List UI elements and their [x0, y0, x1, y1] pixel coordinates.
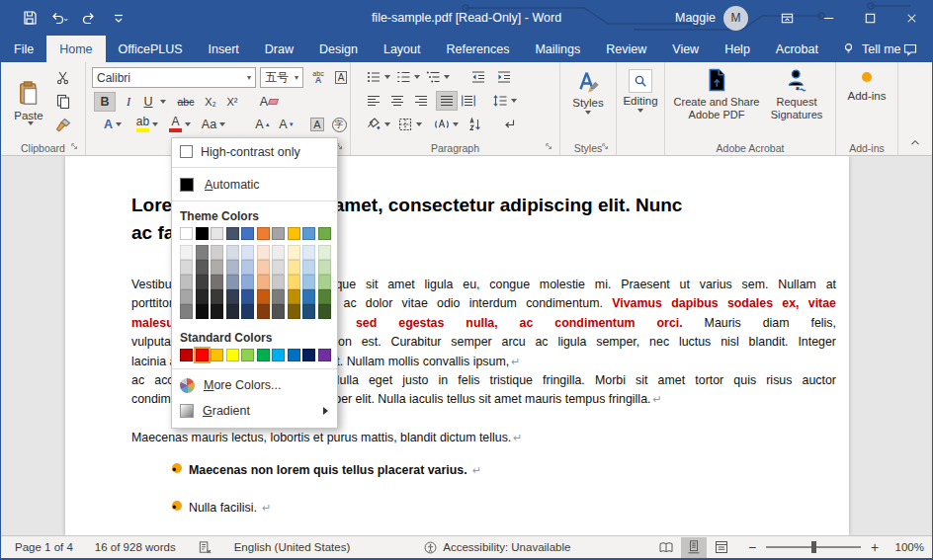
theme-color-variant-swatch[interactable] [257, 245, 270, 260]
theme-color-variant-swatch[interactable] [302, 304, 315, 319]
zoom-slider[interactable] [766, 546, 861, 548]
tab-view[interactable]: View [659, 36, 712, 62]
accessibility-status[interactable]: Accessibility: Unavailable [423, 540, 570, 555]
theme-color-swatch[interactable] [288, 227, 300, 240]
standard-color-swatch[interactable] [318, 349, 331, 361]
theme-color-variant-swatch[interactable] [196, 260, 209, 275]
maximize-button[interactable] [849, 0, 891, 36]
styles-dialog-launcher[interactable] [600, 141, 612, 153]
font-color-button[interactable]: A [164, 115, 196, 134]
theme-color-variant-swatch[interactable] [196, 245, 209, 260]
theme-color-variant-swatch[interactable] [272, 245, 285, 260]
strikethrough-button[interactable]: abc [173, 92, 199, 112]
tab-mailings[interactable]: Mailings [522, 36, 593, 62]
theme-color-variant-swatch[interactable] [180, 304, 193, 319]
theme-color-variant-swatch[interactable] [180, 275, 193, 289]
italic-button[interactable]: I [120, 92, 137, 112]
standard-color-swatch[interactable] [302, 349, 315, 361]
shading-button[interactable] [365, 115, 391, 134]
theme-color-variant-swatch[interactable] [211, 260, 223, 275]
change-case-button[interactable]: Aa [199, 115, 228, 134]
addins-button[interactable]: Add-ins [836, 72, 897, 102]
theme-color-swatch[interactable] [318, 227, 331, 240]
tab-review[interactable]: Review [593, 36, 659, 62]
theme-color-swatch[interactable] [241, 227, 254, 240]
theme-color-variant-swatch[interactable] [272, 304, 285, 319]
standard-color-swatch[interactable] [257, 349, 270, 361]
theme-color-variant-swatch[interactable] [272, 275, 285, 289]
theme-color-variant-swatch[interactable] [241, 289, 254, 304]
theme-color-variant-swatch[interactable] [272, 289, 285, 304]
theme-color-variant-swatch[interactable] [318, 245, 331, 260]
tab-help[interactable]: Help [712, 36, 763, 62]
align-left-button[interactable] [365, 91, 382, 111]
proofing-errors-button[interactable] [198, 540, 212, 555]
theme-color-variant-swatch[interactable] [180, 245, 193, 260]
numbering-button[interactable] [394, 67, 421, 87]
font-size-combobox[interactable]: 五号▾ [260, 67, 303, 88]
theme-color-variant-swatch[interactable] [226, 304, 239, 319]
close-button[interactable] [891, 0, 932, 36]
theme-color-variant-swatch[interactable] [288, 260, 300, 275]
shrink-font-button[interactable]: A▼ [276, 115, 297, 134]
tab-acrobat[interactable]: Acrobat [763, 36, 831, 62]
feedback-button[interactable] [902, 36, 918, 62]
theme-color-variant-swatch[interactable] [288, 289, 300, 304]
standard-color-swatch[interactable] [272, 349, 285, 361]
theme-color-variant-swatch[interactable] [257, 260, 270, 275]
theme-color-variant-swatch[interactable] [318, 275, 331, 289]
styles-button[interactable]: Styles [560, 69, 616, 115]
cut-button[interactable] [52, 68, 74, 88]
minimize-button[interactable] [807, 0, 849, 36]
automatic-color-item[interactable]: Automatic [172, 170, 337, 199]
tab-file[interactable]: File [1, 36, 46, 62]
user-name[interactable]: Maggie [675, 11, 716, 25]
copy-button[interactable] [52, 92, 74, 112]
theme-color-variant-swatch[interactable] [196, 289, 209, 304]
grow-font-button[interactable]: A▲ [252, 115, 274, 134]
standard-color-swatch[interactable] [196, 349, 209, 361]
increase-indent-button[interactable] [495, 67, 513, 87]
print-layout-button[interactable] [681, 537, 707, 558]
theme-color-variant-swatch[interactable] [318, 304, 331, 319]
gradient-item[interactable]: Gradient [172, 398, 337, 424]
customize-qat-button[interactable] [106, 5, 131, 31]
subscript-button[interactable]: X₂ [201, 92, 220, 112]
theme-color-swatch[interactable] [257, 227, 270, 240]
asian-layout-button[interactable] [433, 115, 460, 134]
theme-color-swatch[interactable] [272, 227, 285, 240]
enclose-characters-button[interactable]: 字 [329, 115, 349, 134]
page-indicator[interactable]: Page 1 of 4 [15, 541, 73, 553]
theme-color-variant-swatch[interactable] [257, 289, 270, 304]
high-contrast-checkbox[interactable] [180, 145, 193, 158]
theme-color-swatch[interactable] [180, 227, 193, 240]
high-contrast-only-item[interactable]: High-contrast only [172, 138, 337, 165]
word-count[interactable]: 16 of 928 words [95, 541, 176, 553]
theme-color-variant-swatch[interactable] [302, 245, 315, 260]
save-button[interactable] [17, 5, 42, 31]
tab-layout[interactable]: Layout [371, 36, 434, 62]
theme-color-swatch[interactable] [226, 227, 239, 240]
theme-color-swatch[interactable] [196, 227, 209, 240]
sort-button[interactable] [466, 115, 483, 134]
tab-draw[interactable]: Draw [252, 36, 306, 62]
superscript-button[interactable]: X² [222, 92, 242, 112]
line-spacing-button[interactable] [491, 91, 518, 111]
show-hide-marks-button[interactable] [500, 115, 518, 134]
create-share-pdf-button[interactable]: Create and Share Adobe PDF [671, 67, 762, 121]
tab-officeplus[interactable]: OfficePLUS [106, 36, 196, 62]
theme-color-variant-swatch[interactable] [241, 275, 254, 289]
redo-button[interactable] [76, 5, 102, 31]
theme-color-variant-swatch[interactable] [226, 260, 239, 275]
more-colors-item[interactable]: More Colors... [172, 372, 337, 398]
text-highlight-button[interactable]: ab [131, 115, 163, 134]
paragraph-dialog-launcher[interactable] [544, 141, 555, 153]
theme-color-variant-swatch[interactable] [226, 245, 239, 260]
zoom-level[interactable]: 100% [889, 541, 924, 553]
theme-color-variant-swatch[interactable] [211, 289, 223, 304]
character-border-button[interactable]: A [331, 67, 351, 87]
zoom-in-button[interactable]: + [869, 539, 881, 555]
theme-color-variant-swatch[interactable] [180, 289, 193, 304]
multilevel-list-button[interactable] [424, 67, 451, 87]
theme-color-variant-swatch[interactable] [241, 245, 254, 260]
